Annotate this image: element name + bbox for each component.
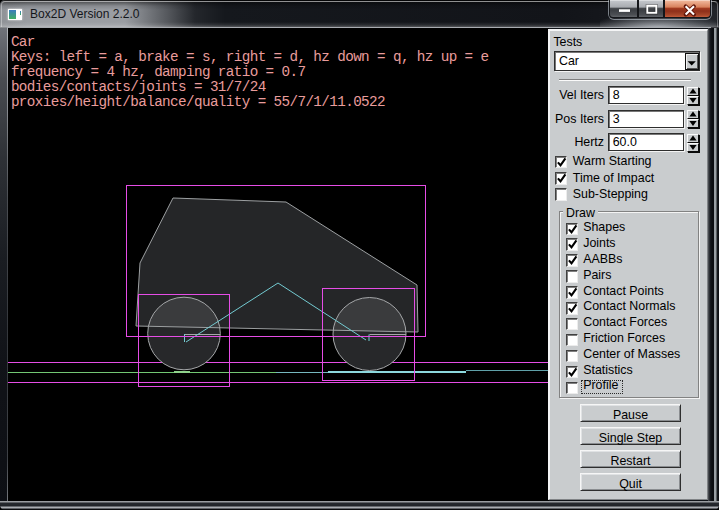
- svg-text:frequency = 4 hz, damping rati: frequency = 4 hz, damping ratio = 0.7: [11, 64, 306, 80]
- svg-text:Keys: left = a, brake = s, rig: Keys: left = a, brake = s, right = d, hz…: [11, 49, 489, 65]
- svg-text:proxies/height/balance/quality: proxies/height/balance/quality = 55/7/1/…: [11, 94, 385, 110]
- svg-text:bodies/contacts/joints = 31/7/: bodies/contacts/joints = 31/7/24: [11, 79, 266, 95]
- svg-text:Car: Car: [11, 34, 35, 50]
